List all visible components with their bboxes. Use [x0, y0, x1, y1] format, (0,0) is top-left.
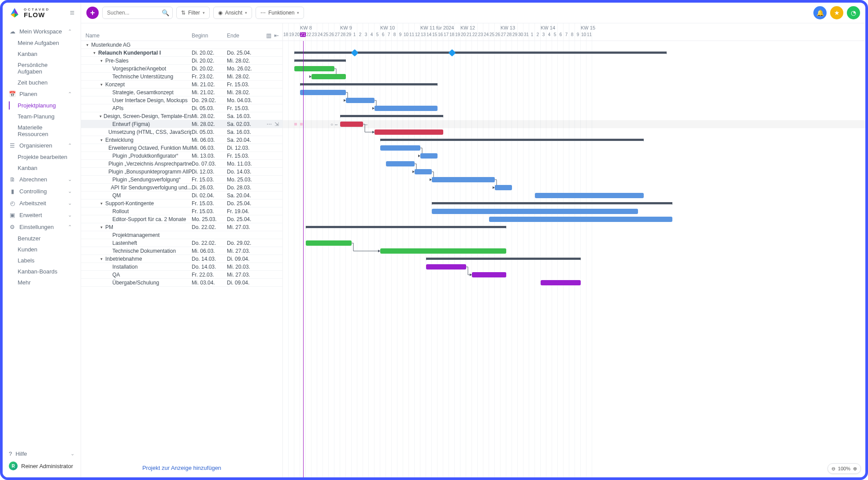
gantt-bar[interactable] — [312, 74, 346, 79]
table-row[interactable]: Erweiterung Octaved, Funktion Multi-Roll… — [81, 144, 282, 152]
table-row[interactable]: Plugin „Bonuspunkteprogramm AllPoints“Di… — [81, 168, 282, 176]
timer-button[interactable]: ◔ — [847, 6, 860, 19]
user-profile[interactable]: R Reiner Administrator — [9, 462, 74, 470]
table-row[interactable]: Übergabe/SchulungMi. 03.04.Di. 09.04. — [81, 279, 282, 287]
nav-item-materielle-ressourcen[interactable]: Materielle Ressourcen — [3, 122, 78, 140]
gantt-summary-bar[interactable] — [306, 226, 506, 228]
nav-item-zeit-buchen[interactable]: Zeit buchen — [3, 77, 78, 88]
gantt-bar[interactable] — [375, 106, 438, 111]
milestone[interactable] — [351, 49, 358, 57]
add-project-button[interactable]: Projekt zur Anzeige hinzufügen — [81, 458, 282, 477]
table-row[interactable]: ▾Pre-SalesDi. 20.02.Mi. 28.02. — [81, 57, 282, 65]
help-button[interactable]: ? Hilfe ⌄ — [9, 450, 74, 457]
gantt-bar[interactable] — [535, 193, 644, 198]
gantt-summary-bar[interactable] — [300, 83, 438, 85]
nav-item-team-planung[interactable]: Team-Planung — [3, 111, 78, 122]
table-row[interactable]: Plugin „Produktkonfigurator“Mi. 13.03.Fr… — [81, 152, 282, 160]
expand-arrow-icon[interactable]: ▾ — [100, 136, 104, 144]
table-row[interactable]: ▾PMDo. 22.02.Mi. 27.03. — [81, 223, 282, 231]
table-row[interactable]: QAFr. 22.03.Mi. 27.03. — [81, 271, 282, 279]
zoom-in-icon[interactable]: ⊕ — [853, 466, 857, 472]
nav-item-projekte-bearbeiten[interactable]: Projekte bearbeiten — [3, 151, 78, 162]
gantt-bar[interactable] — [375, 129, 443, 135]
table-row[interactable]: Plugin „Sendungsverfolgung“Fr. 15.03.Mo.… — [81, 176, 282, 184]
more-actions-icon[interactable]: ⋯ — [267, 120, 272, 128]
nav-group-controlling[interactable]: ▮Controlling⌄ — [3, 185, 78, 197]
nav-item-kanban-boards[interactable]: Kanban-Boards — [3, 266, 78, 277]
table-row[interactable]: ▾Support-KontingenteFr. 15.03.Do. 25.04. — [81, 199, 282, 207]
nav-item-meine-aufgaben[interactable]: Meine Aufgaben — [3, 37, 78, 48]
gantt-summary-bar[interactable] — [294, 52, 667, 54]
gantt-bar[interactable] — [432, 209, 638, 214]
nav-group-planen[interactable]: 📅Planen⌃ — [3, 88, 78, 100]
filter-button[interactable]: ⇅Filter▾ — [176, 7, 210, 19]
gantt-summary-bar[interactable] — [380, 139, 644, 141]
milestone[interactable] — [448, 49, 456, 57]
gantt-bar[interactable] — [380, 145, 420, 151]
gantt-bar[interactable] — [420, 153, 438, 159]
expand-arrow-icon[interactable]: ▾ — [100, 223, 104, 231]
collapse-pane-icon[interactable]: ⇤ — [274, 32, 279, 39]
zoom-control[interactable]: ⊖ 100% ⊕ — [827, 463, 861, 474]
table-row[interactable]: ▾KonzeptMi. 21.02.Fr. 15.03. — [81, 81, 282, 89]
table-row[interactable]: ▾Musterkunde AG — [81, 41, 282, 49]
nav-item-mehr[interactable]: Mehr — [3, 277, 78, 288]
columns-toggle-icon[interactable]: ▥ — [266, 32, 271, 39]
table-row[interactable]: RolloutFr. 15.03.Fr. 19.04. — [81, 207, 282, 215]
nav-item-labels[interactable]: Labels — [3, 255, 78, 266]
gantt-bar[interactable] — [346, 98, 375, 103]
functions-button[interactable]: ⋯Funktionen▾ — [256, 7, 304, 19]
add-button[interactable]: + — [86, 7, 99, 19]
table-row[interactable]: QMDi. 02.04.Sa. 20.04. — [81, 192, 282, 199]
nav-item-kunden[interactable]: Kunden — [3, 244, 78, 255]
expand-arrow-icon[interactable]: ▾ — [100, 57, 104, 65]
open-detail-icon[interactable]: ⇲ — [274, 120, 279, 128]
nav-group-erweitert[interactable]: ▣Erweitert⌄ — [3, 209, 78, 221]
nav-item-benutzer[interactable]: Benutzer — [3, 233, 78, 244]
gantt-bar[interactable] — [386, 161, 415, 166]
gantt-bar[interactable] — [472, 272, 506, 277]
gantt-bar[interactable] — [380, 248, 506, 254]
gantt-bar[interactable] — [306, 240, 352, 246]
expand-arrow-icon[interactable]: ▾ — [93, 49, 96, 57]
table-row[interactable]: Vorgespräche/AngebotDi. 20.02.Mo. 26.02. — [81, 65, 282, 73]
table-row[interactable]: API für Sendungsverfolgung und...Di. 26.… — [81, 184, 282, 192]
gantt-bar[interactable] — [415, 169, 432, 174]
table-row[interactable]: ▾InbetriebnahmeDo. 14.03.Di. 09.04. — [81, 255, 282, 263]
gantt-bar[interactable] — [541, 280, 581, 285]
menu-toggle-icon[interactable]: ≡ — [70, 8, 74, 18]
nav-item-kanban[interactable]: Kanban — [3, 162, 78, 174]
expand-arrow-icon[interactable]: ▾ — [100, 112, 102, 120]
table-row[interactable]: APIsDi. 05.03.Fr. 15.03. — [81, 104, 282, 112]
table-row[interactable]: ▾EntwicklungMi. 06.03.Sa. 20.04. — [81, 136, 282, 144]
column-header-begin[interactable]: Beginn — [192, 33, 227, 39]
gantt-bar[interactable] — [489, 217, 672, 222]
table-row[interactable]: Technische UnterstützungFr. 23.02.Mi. 28… — [81, 73, 282, 81]
table-row[interactable]: InstallationDo. 14.03.Mi. 20.03. — [81, 263, 282, 271]
view-button[interactable]: ◉Ansicht▾ — [213, 7, 252, 19]
gantt-summary-bar[interactable] — [340, 115, 443, 117]
nav-item-projektplanung[interactable]: Projektplanung — [3, 100, 78, 111]
table-row[interactable]: Technische DokumentationMi. 06.03.Mi. 27… — [81, 247, 282, 255]
column-header-name[interactable]: Name — [81, 33, 192, 39]
nav-item-persönliche-aufgaben[interactable]: Persönliche Aufgaben — [3, 59, 78, 77]
table-row[interactable]: Projektmanagement — [81, 231, 282, 239]
table-row[interactable]: Entwurf (Figma)Mi. 28.02.Sa. 02.03.⋯⇲ — [81, 120, 282, 128]
nav-group-mein-workspace[interactable]: ☁Mein Workspace⌃ — [3, 26, 78, 37]
gantt-bar[interactable] — [300, 90, 346, 95]
table-row[interactable]: Editor-Support für ca. 2 MonateMo. 25.03… — [81, 215, 282, 223]
table-row[interactable]: Strategie, GesamtkonzeptMi. 21.02.Mi. 28… — [81, 89, 282, 96]
gantt-bar[interactable] — [432, 177, 495, 182]
table-row[interactable]: Plugin „Verzeichnis Ansprechpartner...Do… — [81, 160, 282, 168]
expand-arrow-icon[interactable]: ▾ — [100, 255, 104, 263]
gantt-summary-bar[interactable] — [426, 258, 581, 260]
expand-arrow-icon[interactable]: ▾ — [100, 81, 104, 89]
table-row[interactable]: ▾Relaunch Kundenportal IDi. 20.02.Do. 25… — [81, 49, 282, 57]
expand-arrow-icon[interactable]: ▾ — [100, 199, 104, 207]
presence-button[interactable]: ★ — [830, 6, 843, 19]
gantt-bar[interactable] — [426, 264, 466, 270]
nav-item-kanban[interactable]: Kanban — [3, 48, 78, 59]
nav-group-abrechnen[interactable]: 🗎Abrechnen⌄ — [3, 174, 78, 185]
expand-arrow-icon[interactable]: ▾ — [85, 41, 89, 49]
resize-left-icon[interactable]: ↔ — [334, 122, 338, 127]
